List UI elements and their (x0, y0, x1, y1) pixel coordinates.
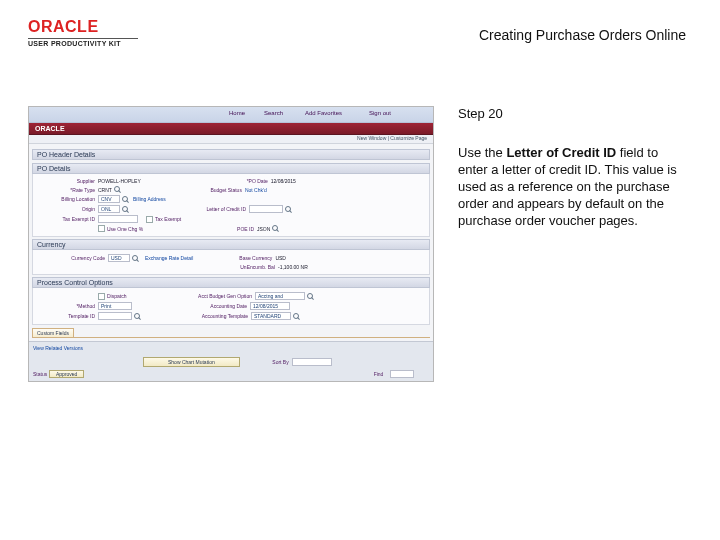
step-label: Step 20 (458, 106, 688, 121)
lookup-icon[interactable] (122, 196, 129, 203)
app-bottombar: View Related Versions Show Chart Mutatio… (29, 341, 433, 381)
step-body-pre: Use the (458, 145, 506, 160)
lookup-icon[interactable] (285, 206, 292, 213)
origin-label: Origin (38, 206, 98, 212)
approved-badge: Approved (49, 370, 84, 378)
status-label: Status (33, 371, 49, 377)
tax-exempt-label: Tax Exempt (155, 216, 195, 222)
lookup-icon[interactable] (122, 206, 129, 213)
panel-po-details: Supplier POWELL-HOPLEY *PO Date 12/08/20… (32, 174, 430, 237)
brand-rule (28, 38, 138, 39)
rate-type-value: CRNT (98, 187, 112, 193)
instruction-column: Step 20 Use the Letter of Credit ID fiel… (458, 106, 688, 229)
supplier-value: POWELL-HOPLEY (98, 178, 141, 184)
app-crumb: New Window | Customize Page (29, 135, 433, 144)
base-currency-label: Base Currency (193, 255, 275, 261)
template-field[interactable] (98, 312, 132, 320)
find-field[interactable] (390, 370, 414, 378)
panel-process-control: Dispatch Acct Budget Gen Option Acctng a… (32, 288, 430, 325)
app-topbar: Home Search Add Favorites Sign out (29, 107, 433, 123)
origin-field[interactable]: ONL (98, 205, 120, 213)
currency-code-label: Currency Code (38, 255, 108, 261)
tax-exempt-id-label: Tax Exempt ID (38, 216, 98, 222)
budget-status-label: Budget Status (121, 187, 245, 193)
panel-currency: Currency Code USD Exchange Rate Detail B… (32, 250, 430, 275)
rate-type-label: *Rate Type (38, 187, 98, 193)
sort-by-label: Sort By (262, 359, 292, 365)
nav-signout[interactable]: Sign out (369, 110, 391, 116)
step-body: Use the Letter of Credit ID field to ent… (458, 145, 688, 229)
lookup-icon[interactable] (307, 293, 314, 300)
acct-gen-field[interactable]: Acctng and (255, 292, 305, 300)
nav-add-favorites[interactable]: Add Favorites (305, 110, 342, 116)
use-one-chg-checkbox[interactable] (98, 225, 105, 232)
lookup-icon[interactable] (134, 313, 141, 320)
show-chart-button[interactable]: Show Chart Mutation (143, 357, 240, 367)
brand-oracle: ORACLE (28, 18, 138, 36)
billing-loc-label: Billing Location (38, 196, 98, 202)
app-brandbar: ORACLE (29, 123, 433, 135)
tax-exempt-checkbox[interactable] (146, 216, 153, 223)
billing-loc-field[interactable]: CNV (98, 195, 120, 203)
supplier-label: Supplier (38, 178, 98, 184)
dispatch-checkbox[interactable] (98, 293, 105, 300)
lookup-icon[interactable] (114, 186, 121, 193)
use-one-chg-label: Use One Chg % (107, 226, 167, 232)
poe-id-label: POE ID (167, 226, 257, 232)
unencumbered-bal-value: -1,100.00 NR (278, 264, 308, 270)
brand-logo: ORACLE USER PRODUCTIVITY KIT (28, 18, 138, 47)
section-po-details: PO Details (32, 163, 430, 174)
section-po-header: PO Header Details (32, 149, 430, 160)
nav-home[interactable]: Home (229, 110, 245, 116)
brand-subtitle: USER PRODUCTIVITY KIT (28, 40, 138, 47)
po-date-label: *PO Date (141, 178, 271, 184)
sort-by-field[interactable] (292, 358, 332, 366)
page-title: Creating Purchase Orders Online (479, 27, 686, 43)
section-process-control: Process Control Options (32, 277, 430, 288)
unencumbered-bal-label: UnEncumb. Bal (38, 264, 278, 270)
budget-status-link[interactable]: Not Chk'd (245, 187, 267, 193)
billing-address-link[interactable]: Billing Address (133, 196, 166, 202)
find-label: Find (86, 371, 386, 377)
poe-id-value: JSON (257, 226, 270, 232)
acct-template-field[interactable]: STANDARD (251, 312, 291, 320)
template-label: Template ID (38, 313, 98, 319)
letter-credit-field[interactable] (249, 205, 283, 213)
app-screenshot: Home Search Add Favorites Sign out ORACL… (28, 106, 434, 382)
step-body-bold: Letter of Credit ID (506, 145, 616, 160)
nav-search[interactable]: Search (264, 110, 283, 116)
app-body: PO Header Details PO Details Supplier PO… (29, 144, 433, 357)
method-label: *Method (38, 303, 98, 309)
letter-credit-label: Letter of Credit ID (129, 206, 249, 212)
view-versions-link[interactable]: View Related Versions (33, 345, 429, 351)
method-field[interactable]: Print (98, 302, 132, 310)
tab-custom-fields[interactable]: Custom Fields (32, 328, 74, 337)
exchange-rate-link[interactable]: Exchange Rate Detail (145, 255, 193, 261)
po-date-value: 12/08/2015 (271, 178, 296, 184)
section-currency: Currency (32, 239, 430, 250)
base-currency-value: USD (275, 255, 286, 261)
acct-template-label: Accounting Template (141, 313, 251, 319)
dispatch-label: Dispatch (107, 293, 147, 299)
acct-date-field[interactable]: 12/08/2015 (250, 302, 290, 310)
acct-gen-label: Acct Budget Gen Option (147, 293, 255, 299)
currency-code-field[interactable]: USD (108, 254, 130, 262)
lookup-icon[interactable] (293, 313, 300, 320)
lookup-icon[interactable] (272, 225, 279, 232)
acct-date-label: Accounting Date (132, 303, 250, 309)
lookup-icon[interactable] (132, 255, 139, 262)
tax-exempt-id-field[interactable] (98, 215, 138, 223)
